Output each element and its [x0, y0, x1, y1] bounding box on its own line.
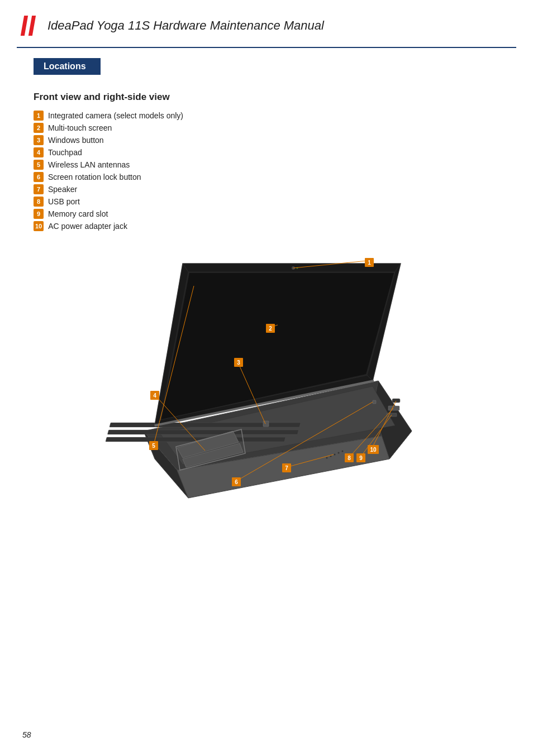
list-item-7: 7Speaker [34, 184, 499, 194]
item-badge-3: 3 [34, 135, 44, 145]
item-label-3: Windows button [48, 136, 104, 145]
svg-text:4: 4 [153, 393, 156, 399]
section-title: Locations [34, 58, 101, 75]
logo-bar-1 [21, 16, 28, 36]
svg-rect-21 [388, 406, 399, 410]
subsection-title: Front view and right-side view [34, 92, 499, 103]
document-title: IdeaPad Yoga 11S Hardware Maintenance Ma… [47, 18, 324, 33]
item-badge-5: 5 [34, 160, 44, 170]
item-label-10: AC power adapter jack [48, 222, 127, 231]
list-item-2: 2Multi-touch screen [34, 123, 499, 133]
item-label-8: USB port [48, 197, 80, 206]
svg-text:2: 2 [269, 326, 272, 332]
svg-rect-29 [373, 400, 376, 404]
list-item-1: 1Integrated camera (select models only) [34, 111, 499, 121]
item-label-5: Wireless LAN antennas [48, 160, 130, 169]
list-item-8: 8USB port [34, 197, 499, 207]
svg-text:3: 3 [237, 360, 240, 366]
svg-point-28 [342, 451, 344, 452]
item-badge-8: 8 [34, 197, 44, 207]
item-badge-7: 7 [34, 184, 44, 194]
item-badge-1: 1 [34, 111, 44, 121]
list-item-5: 5Wireless LAN antennas [34, 160, 499, 170]
svg-rect-23 [392, 399, 400, 403]
svg-text:8: 8 [348, 455, 351, 461]
lenovo-logo [22, 16, 34, 36]
item-label-2: Multi-touch screen [48, 123, 112, 132]
svg-text:10: 10 [370, 447, 377, 453]
list-item-10: 10AC power adapter jack [34, 221, 499, 231]
item-label-1: Integrated camera (select models only) [48, 111, 183, 120]
svg-rect-7 [106, 437, 285, 442]
svg-point-25 [334, 454, 336, 456]
laptop-diagram: 1 2 3 4 5 6 7 [93, 241, 440, 509]
item-label-7: Speaker [48, 185, 77, 194]
svg-rect-6 [107, 430, 298, 434]
diagram-container: 1 2 3 4 5 6 7 [93, 241, 440, 509]
page-number: 58 [22, 730, 31, 739]
list-item-3: 3Windows button [34, 135, 499, 145]
svg-rect-20 [263, 421, 269, 427]
item-badge-9: 9 [34, 209, 44, 219]
svg-text:6: 6 [235, 479, 238, 485]
list-item-9: 9Memory card slot [34, 209, 499, 219]
svg-point-27 [326, 457, 328, 459]
locations-section: Locations [17, 47, 516, 75]
item-badge-2: 2 [34, 123, 44, 133]
item-label-4: Touchpad [48, 148, 82, 157]
item-badge-10: 10 [34, 221, 44, 231]
svg-rect-5 [110, 423, 301, 427]
items-list: 1Integrated camera (select models only)2… [34, 111, 499, 231]
svg-text:9: 9 [359, 455, 363, 461]
logo-bar-2 [28, 16, 36, 36]
list-item-6: 6Screen rotation lock button [34, 172, 499, 182]
item-badge-6: 6 [34, 172, 44, 182]
svg-text:1: 1 [368, 260, 371, 266]
item-badge-4: 4 [34, 147, 44, 157]
svg-point-26 [338, 452, 340, 454]
list-item-4: 4Touchpad [34, 147, 499, 157]
svg-text:5: 5 [152, 443, 155, 449]
item-label-9: Memory card slot [48, 209, 108, 218]
item-label-6: Screen rotation lock button [48, 173, 141, 181]
content-area: Front view and right-side view 1Integrat… [0, 75, 533, 509]
page-header: IdeaPad Yoga 11S Hardware Maintenance Ma… [0, 0, 533, 47]
svg-text:7: 7 [285, 465, 288, 471]
